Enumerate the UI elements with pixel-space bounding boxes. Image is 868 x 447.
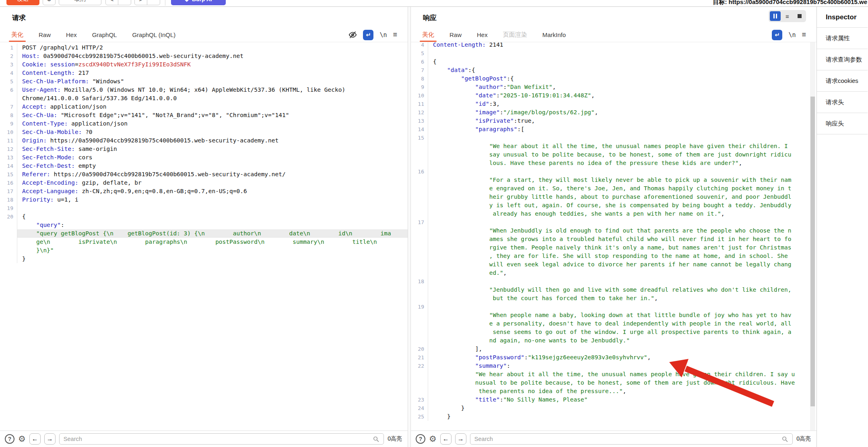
- stop-icon[interactable]: [794, 11, 805, 21]
- search-settings-gear-icon[interactable]: ⚙: [429, 434, 437, 444]
- code-row: 9 "author":"Dan Wefixit",: [411, 83, 816, 91]
- code-row: 24 }: [411, 404, 816, 412]
- ai-spark-icon: ◆: [185, 0, 189, 2]
- tab-Raw[interactable]: Raw: [39, 28, 51, 42]
- chevron-right-icon: >: [135, 0, 147, 5]
- code-row: }: [0, 255, 408, 263]
- send-settings-gear-icon[interactable]: ⚙: [43, 0, 56, 5]
- code-row: 10 "date":"2025-10-16T19:01:34.448Z",: [411, 91, 816, 100]
- code-row: 21 "postPassword":"k119sejgz6eeeuy2e893v…: [411, 353, 816, 362]
- word-wrap-icon[interactable]: ↵: [363, 30, 373, 40]
- code-row: "When people name a baby, looking down a…: [411, 311, 816, 319]
- inspector-sidebar: Inspector 请求属性请求查询参数请求cookies请求头响应头: [816, 7, 868, 447]
- code-row: ge\n isPrivate\n paragraphs\n postPasswo…: [0, 238, 408, 246]
- request-search-input[interactable]: [64, 436, 373, 442]
- editor-menu-icon[interactable]: ≡: [802, 31, 806, 39]
- code-row: e a personality, doesn't have to deal in…: [411, 319, 816, 328]
- code-row: 11Origin: https://0a5900d704ccb992819b75…: [0, 136, 408, 145]
- code-row: }\n}": [0, 246, 408, 255]
- burp-ai-button[interactable]: ◆ Burp AI: [171, 0, 226, 5]
- list-lines-icon[interactable]: ≡: [782, 11, 793, 21]
- history-forward-split-button[interactable]: >: [134, 0, 160, 5]
- code-row: nd again, no-one wants to be Jenbuddly.": [411, 336, 816, 345]
- response-scrollbar[interactable]: [810, 42, 815, 431]
- tab-GraphQL[interactable]: GraphQL: [92, 28, 117, 42]
- code-row: 15Referer: https://0a5900d704ccb992819b7…: [0, 170, 408, 179]
- code-row: e engraved on it. So, there's Joe, Jen, …: [411, 184, 816, 193]
- code-row: heir grubby little hands, about to purch…: [411, 193, 816, 201]
- code-row: will even seek legal advice to divorce h…: [411, 260, 816, 269]
- code-row: 14Sec-Fetch-Dest: empty: [0, 162, 408, 170]
- request-search-bar: ? ⚙ ← → 0高亮: [0, 431, 408, 447]
- next-match-button[interactable]: →: [455, 433, 466, 445]
- code-row: Chrome/141.0.0.0 Safari/537.36 Edg/141.0…: [0, 94, 408, 103]
- code-row: 4Content-Length: 2141: [411, 42, 816, 49]
- code-row: 23 "title":"No Silly Names, Please": [411, 396, 816, 404]
- next-match-button[interactable]: →: [44, 433, 56, 445]
- hide-eye-off-icon[interactable]: [348, 31, 357, 39]
- prev-match-button[interactable]: ←: [29, 433, 41, 445]
- code-row: 4Content-Length: 217: [0, 69, 408, 77]
- code-row: 19: [0, 204, 408, 212]
- word-wrap-icon[interactable]: ↵: [772, 30, 782, 40]
- code-row: 14 "paragraphs":[: [411, 125, 816, 134]
- inspector-item[interactable]: 响应头: [817, 113, 868, 134]
- request-title: 请求: [12, 13, 26, 23]
- code-row: 7 "data":{: [411, 66, 816, 74]
- response-viewer[interactable]: 4Content-Length: 214156{7 "data":{8 "get…: [411, 42, 816, 431]
- code-row: rgive them. People naively think it's on…: [411, 243, 816, 252]
- code-row: 18: [411, 277, 816, 286]
- pause-icon[interactable]: [770, 11, 781, 21]
- response-scrollbar-thumb[interactable]: [810, 97, 815, 406]
- request-panel: 请求 美化RawHexGraphQLGraphQL (InQL) ↵ \n ≡ …: [0, 7, 408, 447]
- code-row: "We hear about it all the time, the unus…: [411, 370, 816, 379]
- code-row: nusual to be polite because, to be hones…: [411, 379, 816, 387]
- inspector-item[interactable]: 请求属性: [817, 28, 868, 49]
- inspector-title: Inspector: [817, 7, 868, 28]
- tab-美化[interactable]: 美化: [11, 28, 23, 42]
- cancel-button[interactable]: 取消: [59, 0, 101, 5]
- editor-menu-icon[interactable]: ≡: [393, 31, 397, 39]
- history-back-split-button[interactable]: <: [105, 0, 131, 5]
- tab-GraphQL (InQL)[interactable]: GraphQL (InQL): [132, 28, 175, 42]
- tab-MarkInfo[interactable]: MarkInfo: [542, 28, 566, 42]
- tab-Hex[interactable]: Hex: [66, 28, 77, 42]
- inspector-item[interactable]: 请求cookies: [817, 70, 868, 92]
- code-row: these parents no idea of the pressure...…: [411, 387, 816, 396]
- search-settings-gear-icon[interactable]: ⚙: [18, 434, 26, 444]
- inspector-item[interactable]: 请求查询参数: [817, 49, 868, 70]
- inspector-item[interactable]: 请求头: [817, 92, 868, 113]
- newline-display-icon[interactable]: \n: [788, 31, 796, 39]
- code-row: but the court has forced them to take he…: [411, 294, 816, 303]
- code-row: 18Priority: u=1, i: [0, 196, 408, 204]
- code-row: "When Jenbuddly is old enough to find ou…: [411, 227, 816, 235]
- tab-Raw[interactable]: Raw: [449, 28, 462, 42]
- tab-美化[interactable]: 美化: [422, 28, 434, 42]
- code-row: 10Sec-Ch-Ua-Mobile: ?0: [0, 128, 408, 136]
- code-row: 17: [411, 218, 816, 227]
- code-row: 1POST /graphql/v1 HTTP/2: [0, 43, 408, 52]
- code-row: 2Host: 0a5900d704ccb992819b75c400b60015.…: [0, 52, 408, 60]
- top-toolbar: 发送 ⚙ 取消 < > ◆ Burp AI 目标: https://0a5900…: [0, 0, 868, 7]
- code-row: say unusual to be polite because, to be …: [411, 150, 816, 159]
- request-search-field: [59, 433, 384, 445]
- response-search-input[interactable]: [474, 436, 781, 442]
- code-row: 17Accept-Language: zh-CN,zh;q=0.9,en;q=0…: [0, 187, 408, 196]
- code-row: 11 "id":3,: [411, 100, 816, 108]
- code-row: 7Accept: application/json: [0, 103, 408, 111]
- prev-match-button[interactable]: ←: [440, 433, 452, 445]
- response-title: 响应: [423, 13, 437, 23]
- newline-display-icon[interactable]: \n: [379, 31, 387, 39]
- help-icon[interactable]: ?: [416, 434, 425, 444]
- send-button[interactable]: 发送: [6, 0, 39, 5]
- request-editor[interactable]: 1POST /graphql/v1 HTTP/22Host: 0a5900d70…: [0, 42, 408, 431]
- code-row: already has enough teddies, she wants a …: [411, 210, 816, 218]
- code-row: 22 "summary":: [411, 362, 816, 370]
- tab-页面渲染[interactable]: 页面渲染: [503, 28, 527, 42]
- code-row: 5Sec-Ch-Ua-Platform: "Windows": [0, 77, 408, 86]
- tab-Hex[interactable]: Hex: [477, 28, 488, 42]
- code-row: ed.",: [411, 269, 816, 277]
- help-icon[interactable]: ?: [5, 434, 14, 444]
- code-row: 13Sec-Fetch-Mode: cors: [0, 153, 408, 162]
- code-row: , they are for life. She will stop respo…: [411, 252, 816, 260]
